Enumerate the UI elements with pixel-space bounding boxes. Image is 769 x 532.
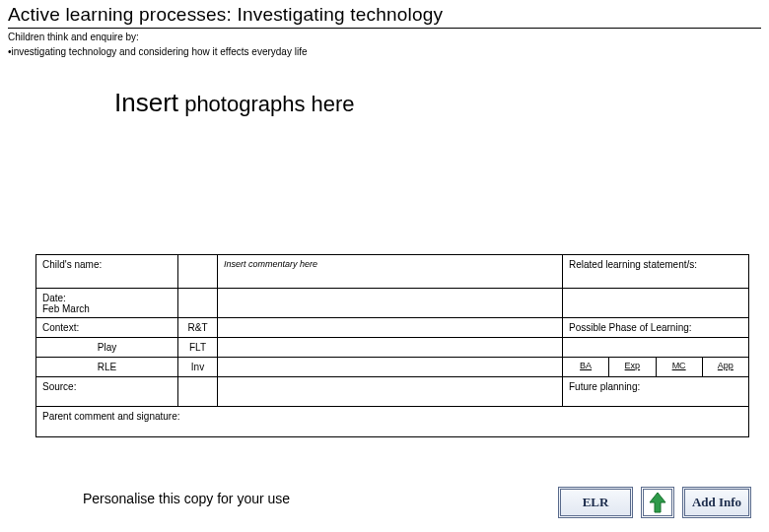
commentary-span1 — [218, 289, 563, 317]
phase-ba[interactable]: BA — [563, 358, 609, 376]
related-statements-label: Related learning statement/s: — [563, 255, 748, 288]
commentary-span5 — [218, 377, 563, 406]
related-span1 — [563, 289, 748, 317]
row-context: Context: R&T Possible Phase of Learning: — [36, 318, 748, 338]
context-tag: R&T — [178, 318, 218, 337]
button-bar: ELR Add Info — [558, 487, 751, 518]
date-tag — [178, 289, 218, 317]
commentary-span4 — [218, 358, 563, 376]
row-rle: RLE Inv BA Exp MC App — [36, 358, 748, 377]
source-tag — [178, 377, 218, 406]
phase-label: Possible Phase of Learning: — [563, 318, 748, 337]
elr-button[interactable]: ELR — [558, 487, 633, 518]
date-cell: Date: Feb March — [36, 289, 178, 317]
commentary-span2 — [218, 318, 563, 337]
rle-tag: Inv — [178, 358, 218, 376]
parent-comment-label: Parent comment and signature: — [36, 407, 748, 436]
subtitle-line2: •investigating technology and considerin… — [8, 45, 761, 58]
subtitle-line1: Children think and enquire by: — [8, 31, 761, 43]
phase-app[interactable]: App — [703, 358, 748, 376]
row-play: Play FLT — [36, 338, 748, 358]
future-planning-label: Future planning: — [563, 377, 748, 406]
svg-marker-0 — [650, 493, 665, 512]
arrow-up-icon — [649, 492, 666, 513]
add-info-button[interactable]: Add Info — [682, 487, 751, 518]
source-label: Source: — [36, 377, 178, 406]
row-source: Source: Future planning: — [36, 377, 748, 407]
phase-row: BA Exp MC App — [563, 358, 748, 376]
footer: Personalise this copy for your use ELR A… — [0, 467, 769, 532]
date-value: Feb March — [42, 303, 172, 314]
form-grid: Child's name: Insert commentary here Rel… — [35, 254, 749, 437]
date-label: Date: — [42, 293, 172, 303]
commentary-cell[interactable]: Insert commentary here — [218, 255, 563, 288]
row-parent: Parent comment and signature: — [36, 407, 748, 436]
play-label: Play — [36, 338, 178, 357]
child-name-label: Child's name: — [36, 255, 178, 288]
phase-mc[interactable]: MC — [657, 358, 703, 376]
header: Active learning processes: Investigating… — [0, 0, 769, 60]
phase-exp[interactable]: Exp — [609, 358, 656, 376]
title-rule — [8, 28, 761, 29]
row-date: Date: Feb March — [36, 289, 748, 318]
child-name-tag — [178, 255, 218, 288]
commentary-span3 — [218, 338, 563, 357]
row-name-commentary: Child's name: Insert commentary here Rel… — [36, 255, 748, 289]
photo-placeholder-text: Insert photographs here — [114, 92, 355, 116]
rle-label: RLE — [36, 358, 178, 376]
context-label: Context: — [36, 318, 178, 337]
photo-placeholder-area: Insert photographs here — [0, 60, 769, 118]
personalise-text: Personalise this copy for your use — [83, 491, 290, 506]
phase-span1 — [563, 338, 748, 357]
page-title: Active learning processes: Investigating… — [8, 4, 761, 26]
play-tag: FLT — [178, 338, 218, 357]
up-arrow-button[interactable] — [641, 487, 674, 518]
